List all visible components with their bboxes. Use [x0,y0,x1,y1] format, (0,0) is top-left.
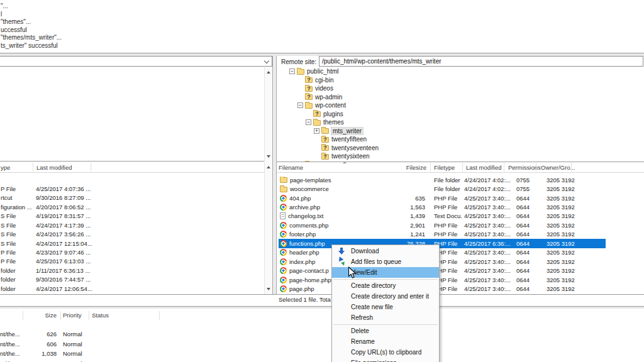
column-separator[interactable] [430,163,431,172]
list-item[interactable]: folder9/30/2016 7:44:57 ... [0,275,264,284]
list-item[interactable]: rtcut9/30/2016 8:27:09 ... [0,194,264,202]
tree-item-twentyseventeen[interactable]: ? twentyseventeen [277,144,644,153]
tree-item-public-html[interactable]: − public_html [277,67,644,76]
queue-item[interactable]: nt/the...1,038Normal [0,349,644,359]
menu-item-refresh[interactable]: Refresh [332,312,439,323]
menu-item-create-new-file[interactable]: Create new file [332,302,439,312]
table-row[interactable]: archive.php 1,563PHP File 4/25/2017 3:40… [279,202,606,211]
php-file-icon [280,285,287,292]
column-separator[interactable] [571,163,572,172]
local-list-scrollbar[interactable] [264,162,272,294]
table-row-selected-functions-php[interactable]: functions.php 76,328PHP File 4/25/2017 6… [279,239,606,248]
table-row[interactable]: page-home.php 2PHP File 4/25/2017 3:40:.… [279,275,606,284]
column-status[interactable]: Status [92,312,109,319]
folder-question-icon: ? [305,94,313,100]
column-filetype[interactable]: Filetype [434,164,455,171]
menu-item-file-permissions[interactable]: File permissions... [332,358,439,362]
column-last-modified[interactable]: Last modified [36,164,72,171]
remote-path-input[interactable] [319,56,643,67]
list-item[interactable]: P File4/25/2017 4:07:36 ... [0,184,264,193]
panel-splitter[interactable] [272,56,277,294]
list-item[interactable]: S File4/19/2017 8:31:57 ... [0,212,264,221]
scroll-up-icon[interactable] [267,166,270,168]
column-filename[interactable]: Filename [279,164,303,171]
column-separator[interactable] [33,163,33,172]
list-item[interactable]: S File4/24/2017 3:56:26 ... [0,230,264,239]
column-separator[interactable] [60,311,61,320]
tree-item-videos[interactable]: ? videos [277,84,644,93]
column-priority[interactable]: Priority [63,312,82,319]
divider [0,294,644,295]
column-filesize[interactable]: Filesize [388,164,426,171]
column-owner-group[interactable]: Owner/Gro... [541,164,575,171]
tree-item-cgi-bin[interactable]: ? cgi-bin [277,76,644,85]
list-item[interactable]: folder4/24/2017 12:06:54... [0,284,264,293]
mouse-cursor [348,266,357,280]
local-tree-scrollbar[interactable] [264,67,272,162]
table-row[interactable]: page-contact.p 6PHP File 4/25/2017 3:40:… [279,266,606,275]
list-item[interactable]: figuration ...4/20/2017 8:06:52 ... [0,202,264,211]
column-separator[interactable] [536,163,536,172]
column-separator[interactable] [159,311,160,320]
table-row[interactable]: changelog.txt 1,439Text Docu... 4/25/201… [279,212,606,221]
list-item[interactable]: P File4/23/2017 9:07:46 ... [0,248,264,257]
tree-item-twentyfifteen[interactable]: ? twentyfifteen [277,135,644,144]
tree-item-mts-writer[interactable]: + mts_writer [277,127,644,136]
table-row[interactable]: comments.php 2,901PHP File 4/25/2017 3:4… [279,221,606,229]
local-site-combobox[interactable] [0,56,272,67]
queue-item[interactable]: nt/the...1,309Normal [0,359,644,362]
transfer-queue-panel: Size Priority Status nt/the...626Normal … [0,309,644,362]
table-row[interactable]: woocommerce File folder 4/24/2017 4:02:.… [279,184,606,193]
column-separator[interactable] [89,311,89,320]
column-size[interactable]: Size [25,312,57,319]
list-item[interactable]: P File4/25/2017 6:13:03 ... [0,257,264,266]
column-separator[interactable] [91,163,91,172]
scroll-up-icon[interactable] [267,71,270,74]
folder-question-icon: ? [321,137,329,143]
column-last-modified[interactable]: Last modified [466,164,502,171]
table-row[interactable]: header.php 7PHP File 4/25/2017 3:40:...0… [279,248,606,257]
scroll-down-icon[interactable] [267,155,270,158]
column-filetype[interactable]: ype [1,164,10,171]
menu-item-add-files-to-queue[interactable]: Add files to queue [332,256,439,267]
tree-item-plugins[interactable]: ? plugins [277,110,644,119]
local-list-header[interactable]: ype Last modified [0,162,264,173]
collapse-icon[interactable]: − [289,69,295,74]
scroll-down-icon[interactable] [267,288,270,290]
log-line: "themes"... [0,18,644,26]
menu-item-delete[interactable]: Delete [332,326,439,336]
collapse-icon[interactable]: − [306,119,311,125]
expand-icon[interactable]: + [314,128,319,134]
column-separator[interactable] [504,163,504,172]
list-item[interactable] [0,175,264,184]
list-item[interactable]: S File4/24/2017 4:17:39 ... [0,221,264,229]
menu-item-create-directory-enter[interactable]: Create directory and enter it [332,291,439,302]
list-item[interactable]: S File4/24/2017 12:15:04... [0,239,264,248]
php-file-icon [280,258,287,265]
tree-item-wp-admin[interactable]: ? wp-admin [277,93,644,102]
chevron-down-icon [264,58,269,63]
tree-item-themes[interactable]: − themes [277,118,644,127]
queue-header[interactable]: Size Priority Status [0,310,644,320]
table-row[interactable]: footer.php 1,241PHP File 4/25/2017 3:40:… [279,230,606,239]
table-row[interactable]: 404.php 635PHP File 4/25/2017 3:40:...06… [279,194,606,202]
local-directory-tree[interactable] [0,67,272,162]
table-row[interactable]: page.php 7PHP File 4/25/2017 3:40:...064… [279,284,606,293]
queue-item[interactable]: nt/the...606Normal [0,339,644,349]
menu-item-download[interactable]: Download [332,246,439,256]
collapse-icon[interactable]: − [297,102,303,108]
list-item[interactable]: folder1/11/2017 6:36:13 ... [0,266,264,275]
table-row[interactable]: index.php 7PHP File 4/25/2017 3:40:...06… [279,257,606,266]
menu-item-copy-urls[interactable]: Copy URL(s) to clipboard [332,347,439,358]
tree-item-twentysixteen[interactable]: ? twentysixteen [277,152,644,161]
table-row[interactable]: page-templates File folder 4/24/2017 4:0… [279,175,606,184]
folder-question-icon: ? [321,154,329,160]
column-separator[interactable] [462,163,463,172]
folder-icon [280,187,287,192]
tree-item-wp-content[interactable]: − wp-content [277,101,644,110]
menu-item-rename[interactable]: Rename [332,336,439,347]
menu-item-create-directory[interactable]: Create directory [332,280,439,291]
queue-item[interactable]: nt/the...626Normal [0,329,644,339]
remote-list-header[interactable]: Filename Filesize Filetype Last modified… [277,162,644,173]
column-separator[interactable] [23,311,23,320]
